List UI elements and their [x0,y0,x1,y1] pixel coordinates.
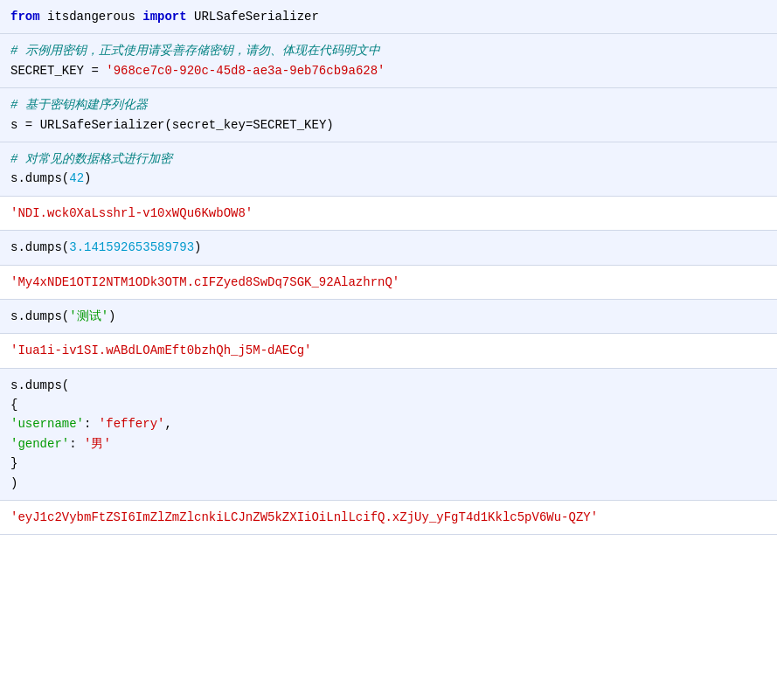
token: URLSafeSerializer [187,10,319,24]
token: = [84,64,106,78]
token: ( [62,240,69,254]
code-line: s.dumps(3.141592653589793) [10,238,767,257]
token: dumps [25,240,62,254]
token: # 对常见的数据格式进行加密 [10,152,172,166]
serializer-block: # 基于密钥构建序列化器s = URLSafeSerializer(secret… [0,88,777,142]
import-block: from itsdangerous import URLSafeSerializ… [0,0,777,34]
dumps-dict-output: 'eyJ1c2VybmFtZSI6ImZlZmZlcnkiLCJnZW5kZXI… [0,501,777,535]
token: ) [10,476,17,490]
token: dumps [25,378,62,392]
code-line: SECRET_KEY = '968ce7c0-920c-45d8-ae3a-9e… [10,61,767,80]
token: ( [62,378,69,392]
token: SECRET_KEY [10,64,84,78]
token: 'feffery' [99,417,165,431]
token: : [69,437,84,451]
token: . [17,309,24,323]
dumps-pi-code: s.dumps(3.141592653589793) [0,231,777,265]
token: { [10,398,17,412]
token: ) [326,118,333,132]
token: } [10,456,17,470]
dumps-42-output: 'NDI.wck0XaLsshrl-v10xWQu6KwbOW8' [0,197,777,231]
token: # 示例用密钥，正式使用请妥善存储密钥，请勿、体现在代码明文中 [10,44,380,58]
token: 42 [69,171,84,185]
dumps-test-output: 'Iua1i-iv1SI.wABdLOAmEft0bzhQh_j5M-dAECg… [0,334,777,368]
code-line: from itsdangerous import URLSafeSerializ… [10,7,767,26]
token: '测试' [69,309,108,323]
token: ( [62,171,69,185]
token: URLSafeSerializer [40,118,165,132]
code-line: s.dumps('测试') [10,307,767,326]
token: from [10,10,40,24]
code-line: # 基于密钥构建序列化器 [10,95,767,114]
code-line: s.dumps(42) [10,169,767,188]
code-line: 'gender': '男' [10,434,767,454]
output-value: 'My4xNDE1OTI2NTM1ODk3OTM.cIFZyed8SwDq7SG… [10,275,399,289]
code-line: # 示例用密钥，正式使用请妥善存储密钥，请勿、体现在代码明文中 [10,41,767,60]
token: ) [84,171,91,185]
output-value: 'Iua1i-iv1SI.wABdLOAmEft0bzhQh_j5M-dAECg… [10,343,311,357]
dumps-test-code: s.dumps('测试') [0,300,777,334]
dumps-dict-code: s.dumps( { 'username': 'feffery', 'gende… [0,369,777,501]
token: # 基于密钥构建序列化器 [10,98,148,112]
token: 'username' [10,417,84,431]
token: ) [108,309,115,323]
token: dumps [25,171,62,185]
token: secret_key [172,118,246,132]
code-line: { [10,395,767,414]
token: : [84,417,99,431]
token: 3.141592653589793 [69,240,194,254]
code-line: s = URLSafeSerializer(secret_key=SECRET_… [10,115,767,135]
code-line: } [10,454,767,473]
code-line: s.dumps( [10,376,767,395]
code-line: ) [10,474,767,493]
secret-key-block: # 示例用密钥，正式使用请妥善存储密钥，请勿、体现在代码明文中SECRET_KE… [0,34,777,88]
token: 'gender' [10,437,69,451]
dumps-pi-output: 'My4xNDE1OTI2NTM1ODk3OTM.cIFZyed8SwDq7SG… [0,266,777,300]
token: = [17,118,39,132]
token: ) [194,240,201,254]
code-line: 'username': 'feffery', [10,414,767,433]
token: '968ce7c0-920c-45d8-ae3a-9eb76cb9a628' [106,64,385,78]
output-value: 'NDI.wck0XaLsshrl-v10xWQu6KwbOW8' [10,206,253,220]
token: import [142,10,186,24]
token: . [17,378,24,392]
token: . [17,240,24,254]
token: ( [62,309,69,323]
code-viewer: from itsdangerous import URLSafeSerializ… [0,0,777,535]
token: . [17,171,24,185]
token: '男' [84,437,111,451]
code-line: # 对常见的数据格式进行加密 [10,149,767,169]
token: SECRET_KEY [253,118,326,132]
token: , [164,417,171,431]
token: itsdangerous [40,10,143,24]
token: dumps [25,309,62,323]
dumps-42-code: # 对常见的数据格式进行加密s.dumps(42) [0,142,777,197]
token: ( [164,118,171,132]
output-value: 'eyJ1c2VybmFtZSI6ImZlZmZlcnkiLCJnZW5kZXI… [10,510,598,524]
